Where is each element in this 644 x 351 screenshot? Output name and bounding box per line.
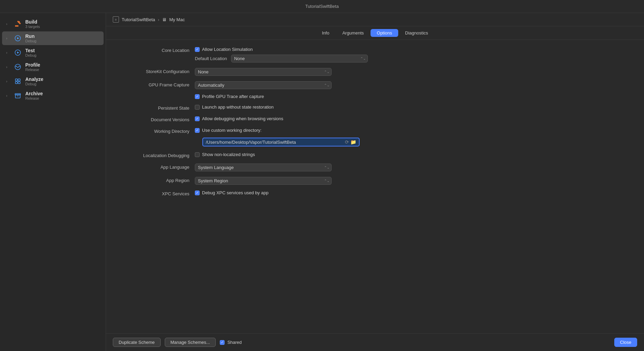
sidebar: › Build 3 targets › xyxy=(0,13,106,351)
persistent-state-control: ✓ Launch app without state restoration xyxy=(195,104,630,110)
sidebar-item-profile[interactable]: › Profile Release xyxy=(2,60,104,74)
persistent-state-checkbox[interactable]: ✓ xyxy=(195,105,200,110)
sidebar-item-test[interactable]: › Test Debug xyxy=(2,46,104,59)
build-subtitle: 3 targets xyxy=(25,25,40,29)
profile-subtitle: Release xyxy=(25,68,40,72)
analyze-icon xyxy=(14,77,22,85)
app-region-control: System Region xyxy=(195,177,630,185)
svg-rect-8 xyxy=(15,79,17,81)
test-info: Test Debug xyxy=(25,48,36,57)
xpc-services-label: XPC Services xyxy=(120,190,195,196)
default-location-select-wrap[interactable]: None xyxy=(231,55,368,62)
test-icon xyxy=(14,48,22,57)
archive-subtitle: Release xyxy=(25,96,43,100)
default-location-row: Default Location None xyxy=(195,55,368,62)
app-language-select-wrap[interactable]: System Language xyxy=(195,164,332,171)
archive-icon xyxy=(14,92,22,100)
storekit-control: None xyxy=(195,68,630,76)
default-location-select[interactable]: None xyxy=(231,55,368,62)
tabs-bar: Info Arguments Options Diagnostics xyxy=(106,26,644,40)
allow-location-wrap: ✓ Allow Location Simulation xyxy=(195,47,253,52)
custom-dir-check-icon: ✓ xyxy=(196,129,199,132)
waveform-icon xyxy=(14,63,22,71)
app-language-row: App Language System Language xyxy=(120,164,630,171)
sidebar-item-run[interactable]: › Run Debug xyxy=(2,31,104,45)
sidebar-item-build[interactable]: › Build 3 targets xyxy=(2,17,104,31)
storekit-select[interactable]: None xyxy=(195,68,332,76)
chevron-icon-test: › xyxy=(6,51,10,55)
gpu-frame-select[interactable]: Automatically Metal OpenGL Disabled xyxy=(195,81,332,89)
xpc-services-checkbox[interactable]: ✓ xyxy=(195,191,200,195)
hammer-icon xyxy=(14,20,22,28)
profile-gpu-wrap: ✓ Profile GPU Trace after capture xyxy=(195,94,264,99)
analyze-info: Analyze Debug xyxy=(25,76,43,86)
use-custom-dir-label: Use custom working directory: xyxy=(202,128,261,133)
svg-rect-13 xyxy=(15,94,21,95)
shared-checkbox[interactable]: ✓ xyxy=(220,340,225,345)
tab-arguments[interactable]: Arguments xyxy=(336,29,370,37)
core-location-label: Core Location xyxy=(120,47,195,53)
path-cycle-icon[interactable]: ⟳ xyxy=(345,139,349,145)
chevron-icon-analyze: › xyxy=(6,80,10,83)
svg-rect-10 xyxy=(15,82,17,84)
archive-title: Archive xyxy=(25,91,43,96)
document-versions-checkbox[interactable]: ✓ xyxy=(195,116,200,121)
app-language-label: App Language xyxy=(120,164,195,170)
use-custom-dir-wrap: ✓ Use custom working directory: xyxy=(195,128,261,133)
app-region-select-wrap[interactable]: System Region xyxy=(195,177,332,185)
allow-location-checkbox[interactable]: ✓ xyxy=(195,47,200,52)
tab-info[interactable]: Info xyxy=(316,29,336,37)
duplicate-scheme-button[interactable]: Duplicate Scheme xyxy=(113,338,161,347)
chevron-icon-run: › xyxy=(6,37,10,40)
core-location-row: Core Location ✓ Allow Location Simulatio… xyxy=(120,47,630,62)
run-title: Run xyxy=(25,33,36,39)
destination-name: My Mac xyxy=(169,17,185,22)
profile-gpu-check-icon: ✓ xyxy=(196,95,199,98)
localization-debug-checkbox[interactable]: ✓ xyxy=(195,152,200,157)
storekit-select-wrap[interactable]: None xyxy=(195,68,332,76)
app-region-select[interactable]: System Region xyxy=(195,177,332,185)
localization-debug-row: Localization Debugging ✓ Show non-locali… xyxy=(120,152,630,158)
document-versions-row: Document Versions ✓ Allow debugging when… xyxy=(120,116,630,122)
test-title: Test xyxy=(25,48,36,53)
top-bar: TutorialSwiftBeta xyxy=(0,0,644,13)
xpc-check-icon: ✓ xyxy=(196,191,199,195)
xpc-services-row: XPC Services ✓ Debug XPC services used b… xyxy=(120,190,630,196)
main-content: ≡ TutorialSwiftBeta › 🖥 My Mac Info Argu… xyxy=(106,13,644,351)
manage-schemes-button[interactable]: Manage Schemes... xyxy=(165,338,216,347)
path-input[interactable] xyxy=(206,140,342,145)
sidebar-item-analyze[interactable]: › Analyze Debug xyxy=(2,74,104,88)
svg-rect-11 xyxy=(18,82,20,84)
path-folder-icon[interactable]: 📁 xyxy=(350,139,356,145)
persistent-state-check-label: Launch app without state restoration xyxy=(202,104,274,110)
settings-area: Core Location ✓ Allow Location Simulatio… xyxy=(106,40,644,333)
profile-gpu-label: Profile GPU Trace after capture xyxy=(202,94,264,99)
svg-rect-1 xyxy=(17,20,21,24)
profile-title: Profile xyxy=(25,62,40,68)
document-versions-wrap: ✓ Allow debugging when browsing versions xyxy=(195,116,283,121)
svg-marker-6 xyxy=(17,52,19,54)
play-icon xyxy=(14,34,22,42)
tab-options[interactable]: Options xyxy=(371,29,398,37)
working-dir-row: Working Directory ✓ Use custom working d… xyxy=(120,128,630,146)
use-custom-dir-checkbox[interactable]: ✓ xyxy=(195,128,200,133)
close-button[interactable]: Close xyxy=(614,338,637,347)
app-language-select[interactable]: System Language xyxy=(195,164,332,171)
svg-marker-4 xyxy=(17,37,19,39)
build-info: Build 3 targets xyxy=(25,19,40,29)
build-title: Build xyxy=(25,19,40,25)
shared-check-icon: ✓ xyxy=(221,341,224,344)
profile-info: Profile Release xyxy=(25,62,40,72)
gpu-frame-row: GPU Frame Capture Automatically Metal Op… xyxy=(120,81,630,99)
sidebar-item-archive[interactable]: › Archive Release xyxy=(2,89,104,102)
profile-gpu-checkbox[interactable]: ✓ xyxy=(195,94,200,99)
path-input-wrap: ⟳ 📁 xyxy=(202,138,360,146)
gpu-frame-select-wrap[interactable]: Automatically Metal OpenGL Disabled xyxy=(195,81,332,89)
tab-diagnostics[interactable]: Diagnostics xyxy=(399,29,434,37)
localization-debug-label: Localization Debugging xyxy=(120,152,195,158)
persistent-state-row: Persistent State ✓ Launch app without st… xyxy=(120,104,630,111)
shared-wrap: ✓ Shared xyxy=(220,340,242,345)
scheme-header: ≡ TutorialSwiftBeta › 🖥 My Mac xyxy=(106,13,644,26)
header-chevron-icon: › xyxy=(158,17,159,22)
persistent-state-wrap: ✓ Launch app without state restoration xyxy=(195,104,274,110)
